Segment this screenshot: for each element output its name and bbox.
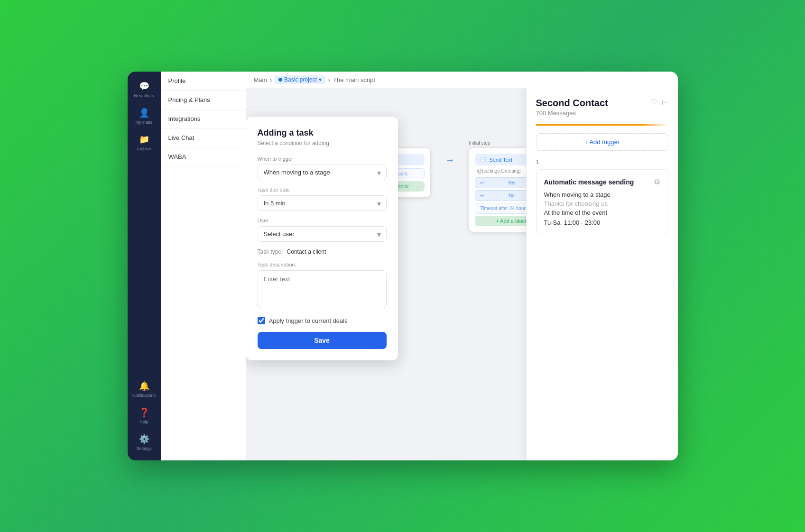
sidebar-item-new-chats[interactable]: 💬 New chats xyxy=(128,76,161,103)
send-text-icon: ✉️ xyxy=(480,156,486,163)
trigger-card: Automatic message sending ⚙ When moving … xyxy=(536,169,668,234)
canvas-area: Start → Step #5624 🔖 xyxy=(246,88,678,460)
task-type-label: Task type: xyxy=(258,248,283,255)
project-dot xyxy=(278,78,282,82)
notifications-icon: 🔔 xyxy=(139,381,149,391)
right-panel-subtitle: 700 Messages xyxy=(536,110,608,117)
new-chats-icon: 💬 xyxy=(139,81,149,92)
user-select-wrapper: Select user xyxy=(258,226,387,242)
modal-subtitle: Select a condition for adding xyxy=(258,140,387,147)
breadcrumb-separator2: › xyxy=(328,76,330,83)
trigger-detail-1: When moving to a stage xyxy=(544,191,660,198)
nav-live-chat[interactable]: Live Chat xyxy=(161,128,246,147)
panel-heart-icon[interactable]: ♡ xyxy=(650,98,657,107)
nav-profile[interactable]: Profile xyxy=(161,72,246,91)
trigger-card-header: Automatic message sending ⚙ xyxy=(544,177,660,186)
add-trigger-button[interactable]: + Add trigger xyxy=(536,133,668,151)
trigger-detail-2: Thanks for choosing us xyxy=(544,200,660,207)
task-description-textarea[interactable] xyxy=(258,270,387,308)
task-description-group: Task description: xyxy=(258,262,387,310)
task-due-date-group: Task due date In 5 minIn 10 minIn 30 min… xyxy=(258,187,387,211)
apply-trigger-label: Apply trigger to current deals xyxy=(269,317,348,324)
settings-icon: ⚙️ xyxy=(139,434,149,444)
checkbox-row: Apply trigger to current deals xyxy=(258,317,387,324)
main-container: 💬 New chats 👤 My chats 📁 Archive 🔔 Notif… xyxy=(128,72,678,460)
panel-close-icon[interactable]: ⊢ xyxy=(662,98,668,107)
when-to-trigger-label: When to trigger xyxy=(258,156,387,162)
right-panel-title: Second Contact xyxy=(536,98,608,109)
orange-divider xyxy=(536,124,668,126)
reply-icon: ↩ xyxy=(480,180,484,185)
right-panel-icons: ♡ ⊢ xyxy=(650,98,668,107)
user-select[interactable]: Select user xyxy=(258,226,387,242)
project-chevron: ▾ xyxy=(319,76,322,83)
top-bar: Main › Basic project ▾ › The main script xyxy=(246,72,678,88)
right-panel-header: Second Contact 700 Messages ♡ ⊢ xyxy=(527,88,678,117)
sidebar-item-settings[interactable]: ⚙️ Settings xyxy=(128,429,161,456)
sidebar-item-archive[interactable]: 📁 Archive xyxy=(128,129,161,156)
breadcrumb-script[interactable]: The main script xyxy=(333,76,375,83)
task-due-date-select-wrapper: In 5 minIn 10 minIn 30 minIn 1 hour xyxy=(258,195,387,211)
sidebar-item-my-chats[interactable]: 👤 My chats xyxy=(128,103,161,129)
right-panel-title-group: Second Contact 700 Messages xyxy=(536,98,608,117)
sidebar-item-help[interactable]: ❓ Help xyxy=(128,403,161,429)
help-icon: ❓ xyxy=(139,407,149,418)
task-description-label: Task description: xyxy=(258,262,387,267)
sidebar-item-notifications[interactable]: 🔔 Notifications xyxy=(128,376,161,403)
task-modal: Adding a task Select a condition for add… xyxy=(246,117,398,360)
task-due-date-select[interactable]: In 5 minIn 10 minIn 30 minIn 1 hour xyxy=(258,195,387,211)
connector-2: → xyxy=(445,155,454,165)
initial-step-label: Initial step xyxy=(469,140,490,146)
when-to-trigger-select[interactable]: When moving to a stageAt the time of the… xyxy=(258,165,387,180)
nav-pricing[interactable]: Pricing & Plans xyxy=(161,91,246,110)
right-panel: Second Contact 700 Messages ♡ ⊢ + Add tr… xyxy=(526,88,678,460)
breadcrumb-main[interactable]: Main xyxy=(254,76,267,83)
sidebar: 💬 New chats 👤 My chats 📁 Archive 🔔 Notif… xyxy=(128,72,161,460)
trigger-gear-icon[interactable]: ⚙ xyxy=(654,177,660,186)
user-label: User xyxy=(258,218,387,223)
task-due-date-label: Task due date xyxy=(258,187,387,193)
settings-panel: Profile Pricing & Plans Integrations Liv… xyxy=(161,72,246,460)
modal-title: Adding a task xyxy=(258,128,387,138)
task-type-row: Task type: Contact a client xyxy=(258,248,387,255)
archive-icon: 📁 xyxy=(139,134,149,145)
trigger-number: 1 xyxy=(527,158,678,165)
reply-icon-2: ↩ xyxy=(480,193,484,198)
user-group: User Select user xyxy=(258,218,387,242)
my-chats-icon: 👤 xyxy=(139,108,149,118)
when-to-trigger-select-wrapper: When moving to a stageAt the time of the… xyxy=(258,165,387,180)
save-button[interactable]: Save xyxy=(258,332,387,349)
when-to-trigger-group: When to trigger When moving to a stageAt… xyxy=(258,156,387,180)
trigger-time: Tu-Sa 11:00 - 23:00 xyxy=(544,219,660,226)
breadcrumb-project[interactable]: Basic project ▾ xyxy=(275,75,325,84)
nav-waba[interactable]: WABA xyxy=(161,147,246,166)
nav-integrations[interactable]: Integrations xyxy=(161,110,246,128)
content-area: Main › Basic project ▾ › The main script xyxy=(246,72,678,460)
apply-trigger-checkbox[interactable] xyxy=(258,317,265,324)
trigger-card-title: Automatic message sending xyxy=(544,178,634,186)
trigger-detail-3: At the time of the event xyxy=(544,209,660,216)
task-type-value: Contact a client xyxy=(287,248,326,255)
breadcrumb-separator: › xyxy=(270,76,272,83)
breadcrumb: Main › Basic project ▾ › The main script xyxy=(254,75,375,84)
